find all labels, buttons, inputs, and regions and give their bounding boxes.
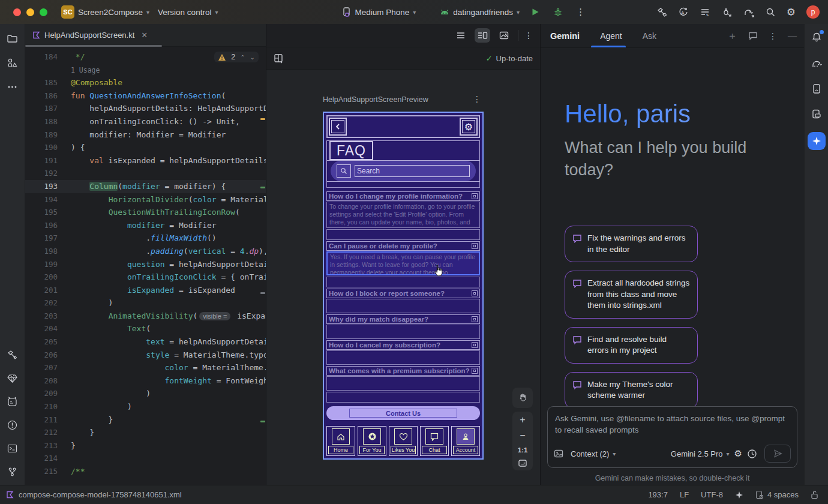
sparkle-icon[interactable] (735, 491, 743, 499)
code-line[interactable]: 199 question = helpAndSupportDetai (25, 258, 266, 271)
suggestion-card[interactable]: Find and resolve build errors in my proj… (565, 327, 698, 364)
code-line[interactable]: 192 (25, 167, 266, 180)
gemini-settings-icon[interactable]: ⚙ (734, 448, 742, 459)
more-tool-windows-icon[interactable] (4, 78, 21, 95)
code-line[interactable]: 186fun QuestionAndAnswerInfoSection( (25, 89, 266, 103)
suggestion-card[interactable]: Extract all hardcoded strings from this … (565, 271, 698, 319)
faq-answer[interactable] (326, 376, 480, 391)
version-control-icon[interactable] (4, 463, 21, 480)
expand-toggle-icon[interactable] (472, 243, 478, 249)
search-icon[interactable] (766, 7, 776, 17)
problems-icon[interactable] (4, 416, 21, 433)
chat-history-icon[interactable] (748, 31, 758, 40)
window-zoom-button[interactable] (40, 8, 47, 16)
faq-question-row[interactable]: Can I pause or delete my profile? (326, 241, 480, 251)
tab-agent[interactable]: Agent (600, 24, 622, 47)
window-close-button[interactable] (13, 8, 21, 16)
layout-inspector-icon[interactable] (808, 106, 825, 122)
model-dropdown[interactable]: Gemini 2.5 Pro ▾ (671, 449, 730, 458)
faq-answer[interactable] (326, 350, 480, 365)
design-view-button[interactable] (496, 28, 512, 43)
preview-name-label[interactable]: HelpAndSupportScreenPreview (323, 95, 428, 104)
faq-question-row[interactable]: Why did my match disappear? (326, 314, 480, 324)
code-line[interactable]: 207 color = MaterialTheme. (25, 361, 266, 374)
code-line[interactable]: 215/** (25, 465, 266, 478)
code-line[interactable]: 201 isExpanded = isExpanded (25, 284, 266, 297)
code-line[interactable]: 206 style = MaterialTheme.typo (25, 349, 266, 362)
gradle-sync-icon[interactable] (743, 7, 755, 17)
suggestion-card[interactable]: Make my Theme's color scheme warmer (565, 372, 698, 409)
code-line[interactable]: 214 (25, 452, 266, 465)
gemini-input-box[interactable]: Ask Gemini, use @filename to attach sour… (547, 406, 797, 468)
build-tool-icon[interactable] (4, 346, 21, 363)
context-dropdown[interactable]: Context (2) ▾ (571, 449, 616, 458)
code-line[interactable]: 191 val isExpanded = helpAndSupportDetai… (25, 154, 266, 167)
suggestion-card[interactable]: Fix the warnings and errors in the edito… (565, 226, 698, 262)
nav-item-for-you[interactable]: For You (358, 426, 386, 456)
gradle-icon[interactable] (808, 55, 825, 72)
device-selector[interactable]: Medium Phone ▾ (343, 7, 416, 17)
sync-project-icon[interactable]: A (678, 7, 689, 17)
attach-debugger-icon[interactable] (721, 7, 732, 17)
tab-help-and-support-screen[interactable]: HelpAndSupportScreen.kt ✕ (25, 24, 155, 46)
nav-item-likes-you[interactable]: Likes You (389, 426, 418, 456)
project-selector[interactable]: SC Screen2Compose ▾ (61, 5, 149, 19)
hide-panel-icon[interactable]: — (788, 31, 797, 41)
expand-toggle-icon[interactable] (472, 290, 478, 296)
panel-options-icon[interactable]: ⋮ (769, 31, 777, 41)
new-chat-icon[interactable]: ＋ (727, 29, 737, 43)
project-tool-icon[interactable] (4, 30, 21, 47)
search-input[interactable]: Search (355, 165, 470, 177)
code-line[interactable]: 205 text = helpAndSupportDetai (25, 335, 266, 349)
next-problem-icon[interactable]: ⌄ (250, 54, 255, 61)
code-line[interactable]: 189 modifier: Modifier = Modifier (25, 128, 266, 142)
file-encoding[interactable]: UTF-8 (701, 490, 723, 499)
editor-horizontal-scrollbar[interactable] (25, 45, 162, 47)
faq-question-row[interactable]: How do I block or report someone? (326, 289, 480, 298)
user-avatar[interactable]: p (806, 5, 820, 19)
code-line[interactable]: 194 HorizontalDivider(color = Material (25, 193, 266, 206)
code-line[interactable]: 195 QuestionWithTrailingIconRow( (25, 206, 266, 219)
back-button[interactable] (329, 118, 347, 136)
code-line[interactable]: 187 helpAndSupportDetails: HelpAndSuppor… (25, 102, 266, 115)
zoom-1-1-button[interactable]: 1:1 (518, 446, 528, 454)
expand-toggle-icon[interactable] (472, 316, 478, 322)
vcs-menu[interactable]: Version control ▾ (158, 8, 218, 17)
expand-toggle-icon[interactable] (472, 368, 478, 374)
code-line[interactable]: 210 ) (25, 400, 266, 413)
run-config-selector[interactable]: datingandfriends ▾ (440, 8, 520, 17)
logcat-icon[interactable] (4, 393, 21, 410)
line-ending[interactable]: LF (680, 490, 689, 499)
expand-toggle-icon[interactable] (472, 342, 478, 348)
code-line[interactable]: 203 AnimatedVisibility(visible = isExpan (25, 310, 266, 323)
terminal-icon[interactable] (4, 440, 21, 457)
zoom-out-button[interactable]: − (520, 431, 525, 440)
nav-item-home[interactable]: Home (326, 426, 355, 456)
expand-toggle-icon[interactable] (472, 193, 478, 199)
close-icon[interactable]: ✕ (141, 31, 148, 40)
code-area[interactable]: 184 */1 Usage185@Composable186fun Questi… (25, 50, 266, 485)
faq-answer[interactable]: To change your profile information, go t… (326, 202, 480, 228)
code-line[interactable]: 196 modifier = Modifier (25, 219, 266, 232)
inspections-widget[interactable]: 2 ⌃ ⌄ (214, 52, 259, 62)
preview-layout-icon[interactable] (274, 53, 284, 64)
faq-question-row[interactable]: How do I change my profile information? (326, 191, 480, 201)
preview-item-menu-icon[interactable]: ⋮ (473, 94, 481, 104)
build-icon[interactable] (656, 7, 667, 17)
code-line[interactable]: 211 } (25, 413, 266, 427)
code-line[interactable]: 209 ) (25, 387, 266, 400)
code-line[interactable]: 185@Composable (25, 76, 266, 89)
code-line[interactable]: 213} (25, 439, 266, 452)
status-file-name[interactable]: compose-compose-model-1758748140651.xml (19, 490, 182, 499)
debug-button[interactable] (553, 7, 563, 17)
code-line[interactable]: 208 fontWeight = FontWeigh (25, 374, 266, 388)
faq-answer[interactable] (326, 299, 480, 313)
caret-position[interactable]: 193:7 (648, 490, 668, 499)
preview-canvas[interactable]: HelpAndSupportScreenPreview ⋮ ⚙ FAQ Sear… (266, 70, 540, 485)
send-button[interactable] (764, 445, 791, 463)
code-line[interactable]: 198 .padding(vertical = 4.dp), (25, 245, 266, 258)
zoom-to-fit-button[interactable] (518, 460, 527, 467)
nav-item-chat[interactable]: Chat (420, 426, 449, 456)
prev-problem-icon[interactable]: ⌃ (240, 54, 245, 61)
window-minimize-button[interactable] (26, 8, 34, 16)
